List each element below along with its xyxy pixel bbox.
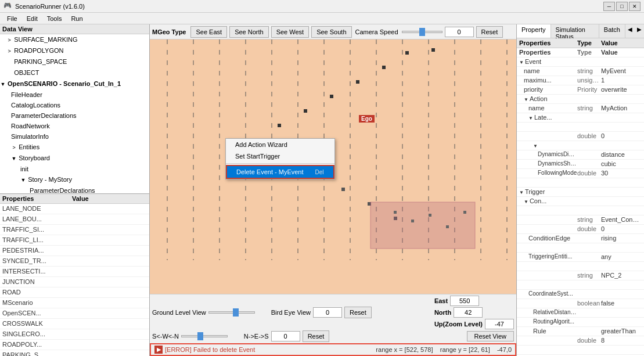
bird-eye-reset[interactable]: Reset bbox=[344, 307, 372, 318]
right-row-spacer2[interactable] bbox=[517, 243, 644, 253]
tree-item-surface[interactable]: > SURFACE_MARKING bbox=[0, 34, 149, 45]
context-menu-delete-event[interactable]: Delete Event - MyEvent Del bbox=[226, 165, 334, 179]
east-input[interactable] bbox=[450, 296, 479, 306]
right-row-spacer1[interactable] bbox=[517, 178, 644, 188]
expand-story[interactable]: ▼ bbox=[20, 175, 26, 185]
ne-input[interactable] bbox=[271, 331, 300, 341]
tab-property[interactable]: Property bbox=[517, 24, 551, 38]
right-row-dynamicsdime[interactable]: DynamicsDime... distance bbox=[517, 150, 644, 160]
expand-storyboard[interactable]: ▼ bbox=[11, 154, 17, 163]
see-south-button[interactable]: See South bbox=[311, 26, 351, 38]
tree-item-road[interactable]: > ROADPOLYGON bbox=[0, 45, 149, 56]
expand-entities[interactable]: > bbox=[11, 143, 17, 152]
list-item[interactable]: OpenSCEN... bbox=[0, 308, 149, 319]
right-row-maximum[interactable]: maximu... unsigned int 1 bbox=[517, 76, 644, 85]
list-item[interactable]: PARKING_S... bbox=[0, 350, 149, 356]
right-row-string-event[interactable]: string Event_Condition bbox=[517, 215, 644, 225]
map-viewport[interactable]: Ego Add Action Wizard Set StartTrigger D… bbox=[150, 39, 516, 294]
list-item[interactable]: PEDESTRIA... bbox=[0, 246, 149, 256]
tree-item-roadnet[interactable]: RoadNetwork bbox=[0, 121, 149, 131]
list-item[interactable]: ROADPOLY... bbox=[0, 340, 149, 350]
list-item[interactable]: SYNCED_TR... bbox=[0, 256, 149, 267]
expand-road[interactable]: > bbox=[6, 46, 12, 56]
camera-reset-button[interactable]: Reset bbox=[476, 26, 503, 38]
list-item[interactable]: INTERSECTI... bbox=[0, 267, 149, 277]
tree-item-openscenario[interactable]: ▼ OpenSCENARIO - Scenario_Cut_In_1 bbox=[0, 78, 149, 89]
menu-file[interactable]: File bbox=[2, 14, 22, 23]
tree-container[interactable]: > SURFACE_MARKING > ROADPOLYGON PARKING_… bbox=[0, 34, 149, 193]
right-row-spacer5[interactable] bbox=[517, 346, 644, 355]
right-row-condedge[interactable]: ConditionEdge rising bbox=[517, 234, 644, 243]
reset-view-button[interactable]: Reset View bbox=[467, 331, 514, 341]
up-input[interactable] bbox=[485, 319, 514, 329]
tree-item-story[interactable]: ▼ Story - MyStory bbox=[0, 174, 149, 185]
list-item[interactable]: TRAFFIC_LI... bbox=[0, 235, 149, 246]
right-row-event[interactable]: ▼Event bbox=[517, 57, 644, 67]
right-row-dynamicsshape[interactable]: DynamicsShape cubic bbox=[517, 160, 644, 169]
tree-item-storyboard[interactable]: ▼ Storyboard bbox=[0, 153, 149, 164]
see-west-button[interactable]: See West bbox=[271, 26, 310, 38]
expand-surface[interactable]: > bbox=[6, 35, 12, 45]
right-row-double2[interactable]: double 0 bbox=[517, 225, 644, 234]
right-row-rule[interactable]: Rule greaterThan bbox=[517, 327, 644, 336]
list-item[interactable]: ROAD bbox=[0, 287, 149, 298]
right-row-name[interactable]: name string MyEvent bbox=[517, 67, 644, 76]
right-row-late[interactable]: ▼Late... bbox=[517, 113, 644, 123]
tree-item-paramdecl[interactable]: ParameterDeclarations bbox=[0, 185, 149, 193]
right-row-dynamics[interactable]: ▼ bbox=[517, 141, 644, 150]
right-row-action[interactable]: ▼Action bbox=[517, 95, 644, 104]
see-east-button[interactable]: See East bbox=[190, 26, 227, 38]
tab-scroll-left[interactable]: ◀ bbox=[625, 24, 635, 38]
menu-tools[interactable]: Tools bbox=[42, 14, 67, 23]
right-row-late-empty[interactable] bbox=[517, 123, 644, 132]
right-row-spacer4[interactable] bbox=[517, 281, 644, 290]
close-button[interactable]: ✕ bbox=[629, 2, 641, 11]
tab-simulation-status[interactable]: Simulation Status bbox=[551, 24, 599, 38]
right-row-double1[interactable]: double 0 bbox=[517, 132, 644, 141]
minimize-button[interactable]: ─ bbox=[603, 2, 615, 11]
list-item[interactable]: LANE_BOU... bbox=[0, 214, 149, 225]
ground-level-slider[interactable] bbox=[208, 311, 255, 314]
see-north-button[interactable]: See North bbox=[229, 26, 269, 38]
right-content[interactable]: Properties Type Value ▼Event name string… bbox=[517, 48, 644, 356]
menu-run[interactable]: Run bbox=[66, 14, 87, 23]
tree-item-object[interactable]: OBJECT bbox=[0, 67, 149, 78]
menu-edit[interactable]: Edit bbox=[22, 14, 42, 23]
bird-eye-input[interactable] bbox=[313, 307, 342, 318]
ne-reset[interactable]: Reset bbox=[303, 330, 330, 342]
tab-scroll-right[interactable]: ▶ bbox=[635, 24, 644, 38]
north-input[interactable] bbox=[454, 307, 483, 318]
expand-openscenario[interactable]: ▼ bbox=[0, 80, 6, 89]
context-menu-set-trigger[interactable]: Set StartTrigger bbox=[226, 150, 334, 162]
right-row-con[interactable]: ▼Con... bbox=[517, 197, 644, 206]
sw-slider[interactable] bbox=[181, 335, 228, 337]
camera-speed-slider[interactable] bbox=[402, 31, 442, 33]
tree-item-param[interactable]: ParameterDeclarations bbox=[0, 110, 149, 121]
right-row-action-name[interactable]: name string MyAction bbox=[517, 104, 644, 113]
right-row-triggering[interactable]: TriggeringEntiti... any bbox=[517, 253, 644, 262]
camera-speed-input[interactable] bbox=[445, 27, 474, 37]
tree-item-entities[interactable]: > Entities bbox=[0, 142, 149, 153]
tree-item-parking[interactable]: PARKING_SPACE bbox=[0, 56, 149, 67]
ego-marker[interactable]: Ego bbox=[359, 115, 375, 123]
list-item[interactable]: LANE_NODE bbox=[0, 204, 149, 214]
right-row-trigger[interactable]: ▼Trigger bbox=[517, 188, 644, 197]
right-row-double8[interactable]: double 8 bbox=[517, 336, 644, 346]
tree-item-init[interactable]: init bbox=[0, 164, 149, 174]
right-row-boolean[interactable]: boolean false bbox=[517, 299, 644, 308]
right-row-spacer3[interactable] bbox=[517, 262, 644, 271]
right-row-reldist[interactable]: RelativeDistanc... bbox=[517, 308, 644, 318]
right-row-con-empty[interactable] bbox=[517, 206, 644, 215]
list-item[interactable]: SINGLECRO... bbox=[0, 329, 149, 340]
tab-batch-simulation[interactable]: Batch bbox=[599, 24, 625, 38]
list-item[interactable]: TRAFFIC_SI... bbox=[0, 225, 149, 235]
right-row-routing[interactable]: RoutingAlgorit... bbox=[517, 318, 644, 327]
right-row-followingmode[interactable]: FollowingMode double 30 bbox=[517, 169, 644, 178]
context-menu-add-action[interactable]: Add Action Wizard bbox=[226, 139, 334, 150]
tree-item-catalog[interactable]: CatalogLocations bbox=[0, 100, 149, 110]
maximize-button[interactable]: □ bbox=[616, 2, 628, 11]
right-row-npc2[interactable]: string NPC_2 bbox=[517, 271, 644, 281]
right-row-coordsys[interactable]: CoordinateSyst... bbox=[517, 290, 644, 299]
tree-item-fileheader[interactable]: FileHeader bbox=[0, 89, 149, 100]
expand-parking[interactable] bbox=[6, 57, 12, 67]
